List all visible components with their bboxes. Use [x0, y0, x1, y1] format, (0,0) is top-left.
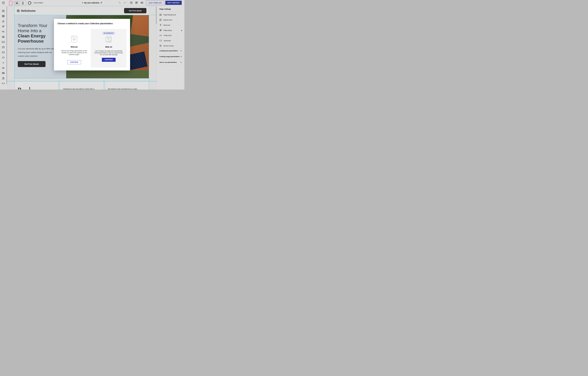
collection-placeholders-modal: Choose a method to create your Collectio… — [54, 19, 130, 70]
about-heading-partial: P — [18, 87, 21, 89]
vertical-divider-tool[interactable] — [2, 61, 5, 64]
guide-line-vertical — [59, 81, 60, 89]
show-hidden-toggle[interactable] — [28, 1, 33, 4]
popup-icon — [159, 29, 162, 31]
saved-status-dot — [82, 2, 83, 3]
paragraph-icon — [2, 25, 5, 28]
panel-item-html-css[interactable]: HTML/CSS — [159, 34, 172, 37]
mobile-icon — [22, 2, 24, 4]
sun-logo-icon — [16, 9, 20, 13]
about-paragraph: Heliohome was founded in 2020 with a — [63, 88, 94, 89]
add-section-icon — [2, 10, 5, 12]
sidebar-scrollbar[interactable] — [6, 6, 7, 84]
panel-item-default-fonts[interactable]: Default fonts — [159, 19, 172, 21]
canvas-scrollbar[interactable] — [156, 7, 157, 24]
section-how-to-use-placeholders[interactable]: How to use placeholders — [159, 62, 182, 63]
exit-icon — [2, 1, 5, 4]
panel-item-javascript[interactable]: Javascript — [159, 39, 171, 42]
guide-line-vertical — [104, 81, 104, 89]
section-creating-image-placeholders[interactable]: Creating image placeholders — [159, 56, 182, 57]
guide-line-horizontal — [7, 81, 157, 81]
browser-window-icon — [71, 36, 77, 43]
show-hidden-label: Show hidden — [34, 2, 43, 4]
eye-icon — [140, 1, 144, 4]
panel-item-page-popup[interactable]: Page popup — [159, 29, 172, 32]
manual-option-card[interactable]: Manual Add text and image placeholders f… — [58, 29, 91, 67]
ai-option-card[interactable]: RECOMMENDED With AI Let AI analyze the p — [91, 29, 126, 67]
recommended-badge: RECOMMENDED — [102, 32, 115, 34]
device-preview-toggle — [14, 1, 26, 5]
guide-line-horizontal — [7, 6, 157, 7]
panel-item-version-history[interactable]: Version history — [159, 45, 174, 47]
desktop-view-button[interactable] — [14, 1, 20, 5]
preview-button[interactable] — [140, 1, 144, 4]
manual-option-description: Add text and image placeholders for the … — [61, 50, 88, 55]
panel-item-sticky-bar[interactable]: Sticky bar — [159, 24, 170, 26]
hero-cta-button[interactable]: Get Free Quote — [18, 61, 45, 67]
rename-pencil-icon[interactable] — [100, 2, 102, 4]
image-tool[interactable] — [2, 35, 5, 38]
horizontal-divider-tool[interactable] — [2, 66, 5, 70]
elements-sidebar — [0, 6, 7, 89]
site-logo[interactable]: Heliohome — [16, 9, 35, 13]
panel-title: Page settings — [159, 8, 171, 10]
toolbar-divider — [128, 1, 128, 4]
ai-option-description: Let AI analyze the page and automaticall… — [94, 50, 124, 56]
clipped-letter-ascender — [29, 87, 30, 89]
rectangle-tool[interactable] — [2, 51, 5, 54]
countdown-tool[interactable] — [2, 76, 5, 80]
add-section-tool[interactable] — [2, 9, 5, 13]
frame-tool-icon[interactable] — [9, 1, 12, 5]
modal-title: Choose a method to create your Collectio… — [58, 22, 113, 25]
modal-options: Manual Add text and image placeholders f… — [58, 29, 126, 67]
exit-editor-button[interactable] — [2, 1, 5, 4]
about-section[interactable]: P Heliohome was founded in 2020 with a W… — [14, 81, 149, 89]
paragraph-tool[interactable] — [2, 25, 5, 28]
comments-button[interactable] — [135, 1, 138, 4]
redo-button[interactable] — [124, 1, 126, 4]
panel-divider — [157, 60, 184, 60]
vertical-divider-icon — [2, 61, 5, 64]
slider-tool[interactable] — [2, 40, 5, 44]
manual-continue-button[interactable]: CONTINUE — [67, 60, 81, 64]
video-tool[interactable] — [2, 45, 5, 49]
desktop-icon — [16, 2, 18, 4]
ellipse-tool[interactable] — [2, 56, 5, 59]
history-icon — [159, 45, 162, 47]
braces-icon — [159, 40, 162, 42]
section-creating-text-placeholders[interactable]: Creating text placeholders — [159, 50, 182, 52]
save-template-button[interactable]: SAVE TEMPLATE — [146, 1, 164, 5]
show-hidden-control: Show hidden — [28, 1, 43, 4]
ellipse-tool-icon — [2, 56, 5, 59]
html-code-tool[interactable] — [2, 82, 5, 85]
undo-icon — [118, 2, 121, 4]
page-title: My new collection — [84, 2, 99, 4]
mobile-view-button[interactable] — [20, 1, 26, 5]
top-toolbar: Show hidden My new collection — [0, 0, 184, 6]
chevron-down-icon — [180, 56, 182, 57]
redo-icon — [124, 2, 126, 4]
section-stack-tool[interactable] — [2, 14, 5, 18]
chevron-down-icon — [180, 62, 182, 63]
code-tool-icon — [2, 82, 5, 85]
font-icon — [159, 19, 162, 21]
undo-button[interactable] — [118, 1, 121, 4]
help-button[interactable] — [130, 1, 133, 4]
panel-item-page-background[interactable]: Page Background — [159, 13, 176, 16]
guide-line-horizontal — [14, 15, 157, 15]
edit-content-button[interactable]: EDIT CONTENT — [165, 1, 182, 5]
button-tool[interactable] — [2, 30, 5, 33]
guide-line-horizontal — [14, 78, 149, 78]
horizontal-divider-icon — [2, 66, 5, 69]
button-tool-icon — [2, 30, 5, 33]
site-header-section[interactable]: Heliohome Get Free Quote — [14, 7, 149, 15]
ai-continue-button[interactable]: CONTINUE — [102, 58, 116, 62]
chevron-down-icon — [180, 51, 182, 51]
ai-browser-window-icon — [105, 36, 112, 43]
code-icon — [159, 34, 162, 36]
headline-tool[interactable] — [2, 20, 5, 23]
countdown-tool-icon — [2, 77, 5, 80]
form-tool[interactable] — [2, 71, 5, 75]
site-header-cta-button[interactable]: Get Free Quote — [124, 8, 147, 13]
guide-line-vertical — [59, 81, 59, 89]
